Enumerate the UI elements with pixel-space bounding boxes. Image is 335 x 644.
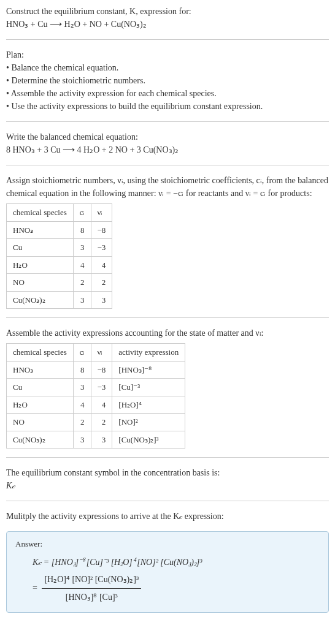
balanced-section: Write the balanced chemical equation: 8 … [6,131,329,156]
equals-sign: = [33,583,39,592]
col-vi: νᵢ [91,344,112,362]
table-row: HNO₃ 8 −8 [HNO₃]⁻⁸ [7,361,185,379]
cell-species: NO [7,414,74,431]
kc-numerator: [H₂O]⁴ [NO]² [Cu(NO₃)₂]³ [42,571,141,589]
cell-vi: −8 [91,221,112,239]
plan-bullet: • Assemble the activity expression for e… [6,87,329,100]
cell-ci: 4 [73,396,91,414]
table-row: H₂O 4 4 [H₂O]⁴ [7,396,185,414]
cell-species: H₂O [7,396,74,414]
cell-activity: [Cu]⁻³ [112,379,185,396]
balanced-title: Write the balanced chemical equation: [6,131,329,143]
cell-species: NO [7,274,74,292]
col-activity: activity expression [112,344,185,362]
table-row: Cu 3 −3 [7,239,112,257]
plan-bullet: • Use the activity expressions to build … [6,100,329,113]
cell-species: HNO₃ [7,361,74,379]
plan-section: Plan: • Balance the chemical equation. •… [6,48,329,113]
table-row: Cu 3 −3 [Cu]⁻³ [7,379,185,396]
plan-bullet: • Determine the stoichiometric numbers. [6,74,329,87]
col-vi: νᵢ [91,204,112,222]
activity-intro: Assemble the activity expressions accoun… [6,327,329,339]
cell-vi: 3 [91,431,112,449]
cell-vi: 2 [91,274,112,292]
answer-box: Answer: K𝒸 = [HNO₃]⁻⁸ [Cu]⁻³ [H₂O]⁴ [NO]… [6,531,329,613]
divider [6,501,329,501]
stoich-intro: Assign stoichiometric numbers, νᵢ, using… [6,174,329,200]
cell-species: HNO₃ [7,221,74,239]
kc-expression-line2: = [H₂O]⁴ [NO]² [Cu(NO₃)₂]³ [HNO₃]⁸ [Cu]³ [33,571,320,606]
table-row: H₂O 4 4 [7,256,112,274]
cell-vi: 4 [91,396,112,414]
table-row: NO 2 2 [NO]² [7,414,185,431]
cell-species: Cu(NO₃)₂ [7,291,74,309]
divider [6,121,329,122]
table-row: Cu(NO₃)₂ 3 3 [Cu(NO₃)₂]³ [7,431,185,449]
cell-ci: 4 [73,256,91,274]
cell-vi: −8 [91,361,112,379]
cell-vi: 4 [91,256,112,274]
answer-label: Answer: [15,538,320,550]
cell-ci: 3 [73,431,91,449]
kc-symbol: K𝒸 [6,479,329,492]
table-row: NO 2 2 [7,274,112,292]
cell-activity: [HNO₃]⁻⁸ [112,361,185,379]
cell-ci: 8 [73,221,91,239]
table-header-row: chemical species cᵢ νᵢ [7,204,112,222]
kc-fraction: [H₂O]⁴ [NO]² [Cu(NO₃)₂]³ [HNO₃]⁸ [Cu]³ [42,571,141,606]
col-species: chemical species [7,204,74,222]
cell-activity: [Cu(NO₃)₂]³ [112,431,185,449]
kc-symbol-text: The equilibrium constant symbol in the c… [6,466,329,479]
cell-species: H₂O [7,256,74,274]
activity-table: chemical species cᵢ νᵢ activity expressi… [6,343,185,449]
table-header-row: chemical species cᵢ νᵢ activity expressi… [7,344,185,362]
divider [6,39,329,40]
cell-activity: [NO]² [112,414,185,431]
cell-ci: 2 [73,274,91,292]
cell-ci: 2 [73,414,91,431]
col-ci: cᵢ [73,204,91,222]
kc-product-form: K𝒸 = [HNO₃]⁻⁸ [Cu]⁻³ [H₂O]⁴ [NO]² [Cu(NO… [33,558,202,567]
cell-species: Cu(NO₃)₂ [7,431,74,449]
table-row: Cu(NO₃)₂ 3 3 [7,291,112,309]
problem-line1: Construct the equilibrium constant, K, e… [6,5,329,18]
cell-species: Cu [7,379,74,396]
problem-equation: HNO₃ + Cu ⟶ H₂O + NO + Cu(NO₃)₂ [6,18,329,31]
kc-symbol-section: The equilibrium constant symbol in the c… [6,466,329,492]
stoich-table: chemical species cᵢ νᵢ HNO₃ 8 −8 Cu 3 −3… [6,203,112,309]
cell-vi: 3 [91,291,112,309]
col-ci: cᵢ [73,344,91,362]
cell-ci: 3 [73,291,91,309]
divider [6,165,329,165]
cell-ci: 8 [73,361,91,379]
table-row: HNO₃ 8 −8 [7,221,112,239]
problem-statement: Construct the equilibrium constant, K, e… [6,5,329,31]
balanced-equation: 8 HNO₃ + 3 Cu ⟶ 4 H₂O + 2 NO + 3 Cu(NO₃)… [6,143,329,156]
divider [6,457,329,458]
multiply-text: Mulitply the activity expressions to arr… [6,510,329,523]
cell-vi: −3 [91,379,112,396]
plan-bullet: • Balance the chemical equation. [6,61,329,74]
cell-ci: 3 [73,379,91,396]
plan-title: Plan: [6,48,329,61]
cell-activity: [H₂O]⁴ [112,396,185,414]
activity-section: Assemble the activity expressions accoun… [6,327,329,449]
divider [6,317,329,318]
cell-species: Cu [7,239,74,257]
cell-vi: −3 [91,239,112,257]
stoich-section: Assign stoichiometric numbers, νᵢ, using… [6,174,329,309]
kc-denominator: [HNO₃]⁸ [Cu]³ [42,589,141,606]
kc-expression-line1: K𝒸 = [HNO₃]⁻⁸ [Cu]⁻³ [H₂O]⁴ [NO]² [Cu(NO… [33,554,320,571]
cell-vi: 2 [91,414,112,431]
col-species: chemical species [7,344,74,362]
cell-ci: 3 [73,239,91,257]
